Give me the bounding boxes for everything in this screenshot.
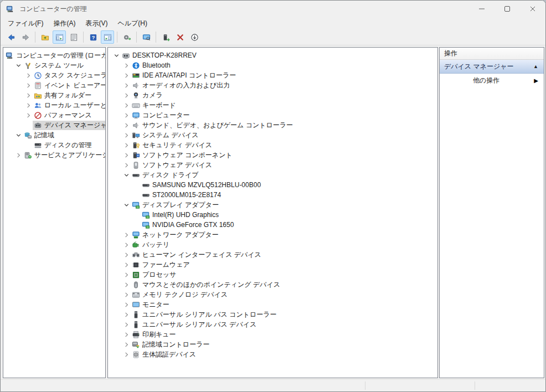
chevron-expanded-icon[interactable] (112, 51, 121, 60)
tree-item[interactable]: ST2000LM015-2E8174 (108, 190, 437, 200)
tree-item[interactable]: ユニバーサル シリアル バス コントローラー (108, 310, 437, 319)
tree-item[interactable]: 印刷キュー (108, 329, 437, 339)
chevron-expanded-icon[interactable] (122, 171, 131, 179)
chevron-collapsed-icon[interactable] (122, 331, 131, 339)
chevron-collapsed-icon[interactable] (122, 61, 131, 70)
tree-item[interactable]: ローカル ユーザーとグループ (3, 100, 105, 110)
tree-item[interactable]: ソフトウェア コンポーネント (108, 150, 437, 160)
chevron-collapsed-icon[interactable] (122, 271, 131, 279)
tree-item[interactable]: オーディオの入力および出力 (108, 80, 437, 90)
tree-item[interactable]: ネットワーク アダプター (108, 230, 437, 240)
tree-item[interactable]: ヒューマン インターフェイス デバイス (108, 250, 437, 260)
update-driver-button[interactable] (159, 30, 172, 44)
show-action-pane-button[interactable] (101, 30, 114, 44)
chevron-collapsed-icon[interactable] (122, 291, 131, 299)
back-button[interactable] (4, 30, 18, 44)
tree-item[interactable]: システム ツール (3, 60, 105, 70)
tree-item[interactable]: NVIDIA GeForce GTX 1650 (108, 220, 437, 230)
menu-view[interactable]: 表示(V) (80, 17, 112, 30)
chevron-collapsed-icon[interactable] (122, 301, 131, 309)
tree-item[interactable]: Bluetooth (108, 60, 437, 70)
uninstall-device-button[interactable] (173, 30, 187, 44)
close-button[interactable] (520, 1, 545, 17)
chevron-collapsed-icon[interactable] (122, 241, 131, 249)
disable-device-button[interactable] (188, 30, 201, 44)
tree-item[interactable]: 記憶域コントローラー (108, 339, 437, 349)
chevron-collapsed-icon[interactable] (14, 151, 23, 159)
forward-button[interactable] (19, 30, 32, 44)
chevron-collapsed-icon[interactable] (122, 321, 131, 329)
tree-item[interactable]: 生体認証デバイス (108, 349, 437, 359)
tree-item[interactable]: イベント ビューアー (3, 80, 105, 90)
console-window-button[interactable] (53, 30, 66, 44)
chevron-collapsed-icon[interactable] (24, 101, 33, 110)
collapse-section-icon[interactable]: ▲ (533, 64, 538, 69)
properties-button[interactable] (67, 30, 80, 44)
actions-section-device-manager[interactable]: デバイス マネージャー ▲ (440, 60, 544, 74)
tree-item[interactable]: 記憶域 (3, 130, 105, 140)
remote-computer-button[interactable] (140, 30, 153, 44)
tree-item[interactable]: ファームウェア (108, 260, 437, 270)
chevron-collapsed-icon[interactable] (122, 121, 131, 130)
chevron-collapsed-icon[interactable] (122, 161, 131, 169)
chevron-expanded-icon[interactable] (122, 201, 131, 209)
tree-item[interactable]: コンピューター (108, 110, 437, 120)
tree-item[interactable]: バッテリ (108, 240, 437, 250)
chevron-collapsed-icon[interactable] (122, 131, 131, 140)
chevron-collapsed-icon[interactable] (24, 71, 33, 80)
chevron-collapsed-icon[interactable] (122, 71, 131, 80)
chevron-expanded-icon[interactable] (14, 131, 23, 140)
tree-item[interactable]: ディスクの管理 (3, 140, 105, 150)
tree-item[interactable]: ソフトウェア デバイス (108, 160, 437, 170)
mouse-icon (131, 281, 140, 289)
tree-item[interactable]: キーボード (108, 100, 437, 110)
chevron-collapsed-icon[interactable] (122, 281, 131, 289)
chevron-collapsed-icon[interactable] (122, 261, 131, 269)
tree-item[interactable]: カメラ (108, 90, 437, 100)
tree-item[interactable]: マウスとそのほかのポインティング デバイス (108, 280, 437, 290)
chevron-collapsed-icon[interactable] (24, 91, 33, 100)
chevron-collapsed-icon[interactable] (122, 350, 131, 359)
tree-item[interactable]: システム デバイス (108, 130, 437, 140)
tree-item[interactable]: モニター (108, 300, 437, 310)
tree-item[interactable]: プロセッサ (108, 270, 437, 280)
chevron-collapsed-icon[interactable] (122, 111, 131, 120)
tree-item[interactable]: パフォーマンス (3, 110, 105, 120)
show-console-tree-button[interactable] (38, 30, 51, 44)
tree-item[interactable]: ディスプレイ アダプター (108, 200, 437, 210)
chevron-collapsed-icon[interactable] (122, 151, 131, 159)
tree-item[interactable]: コンピューターの管理 (ローカル) (3, 50, 105, 60)
menu-file[interactable]: ファイル(F) (3, 17, 48, 30)
chevron-collapsed-icon[interactable] (122, 141, 131, 149)
chevron-collapsed-icon[interactable] (122, 91, 131, 100)
tree-item[interactable]: タスク スケジューラ (3, 70, 105, 80)
chevron-collapsed-icon[interactable] (24, 81, 33, 90)
tree-item[interactable]: メモリ テクノロジ デバイス (108, 290, 437, 300)
more-actions-item[interactable]: 他の操作 ▶ (440, 74, 544, 87)
chevron-collapsed-icon[interactable] (24, 111, 33, 120)
tree-item[interactable]: DESKTOP-K28RREV (108, 50, 437, 60)
chevron-collapsed-icon[interactable] (122, 251, 131, 259)
tree-item[interactable]: セキュリティ デバイス (108, 140, 437, 150)
menu-action[interactable]: 操作(A) (48, 17, 80, 30)
chevron-collapsed-icon[interactable] (122, 101, 131, 110)
chevron-collapsed-icon[interactable] (122, 231, 131, 239)
export-list-button[interactable] (120, 30, 133, 44)
tree-item[interactable]: デバイス マネージャー (3, 120, 105, 130)
chevron-collapsed-icon[interactable] (122, 341, 131, 349)
tree-item[interactable]: SAMSUNG MZVLQ512HBLU-00B00 (108, 180, 437, 190)
tree-item[interactable]: Intel(R) UHD Graphics (108, 210, 437, 220)
chevron-expanded-icon[interactable] (14, 61, 23, 70)
tree-item[interactable]: サウンド、ビデオ、およびゲーム コントローラー (108, 120, 437, 130)
tree-item[interactable]: ユニバーサル シリアル バス デバイス (108, 319, 437, 329)
tree-item[interactable]: IDE ATA/ATAPI コントローラー (108, 70, 437, 80)
help-button[interactable]: ? (86, 30, 100, 44)
chevron-collapsed-icon[interactable] (122, 311, 131, 319)
tree-item[interactable]: ディスク ドライブ (108, 170, 437, 180)
minimize-button[interactable] (469, 1, 495, 17)
tree-item[interactable]: 共有フォルダー (3, 90, 105, 100)
chevron-collapsed-icon[interactable] (122, 81, 131, 90)
maximize-button[interactable] (495, 1, 520, 17)
menu-help[interactable]: ヘルプ(H) (112, 17, 152, 30)
tree-item[interactable]: サービスとアプリケーション (3, 150, 105, 160)
